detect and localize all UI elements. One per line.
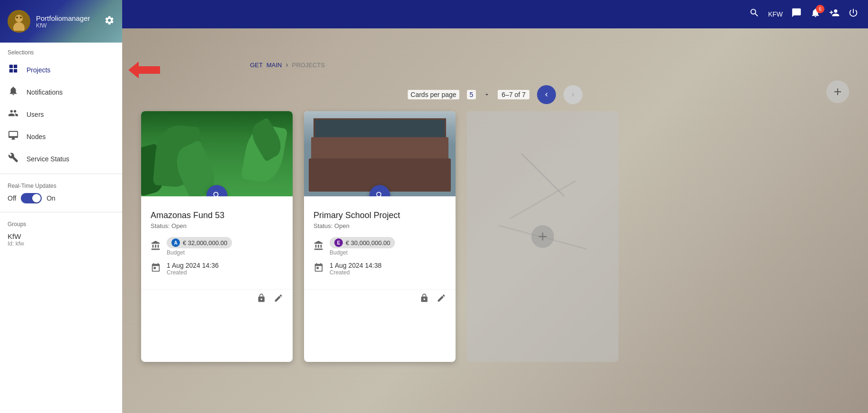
notifications-icon: [8, 86, 19, 98]
toggle-on-label: On: [46, 194, 55, 202]
avatar: [8, 10, 30, 33]
card-1-edit-button[interactable]: [274, 293, 283, 305]
toggle-off-label: Off: [8, 194, 16, 202]
pagination-prev-button[interactable]: [537, 85, 556, 104]
projects-icon: [8, 63, 19, 76]
sidebar-item-nodes[interactable]: Nodes: [0, 125, 122, 148]
cards-per-page-value[interactable]: 5: [467, 90, 476, 99]
breadcrumb-current: PROJECTS: [292, 62, 325, 69]
sidebar-item-service-status[interactable]: Service Status: [0, 148, 122, 170]
realtime-label: Real-Time Updates: [8, 183, 115, 189]
card-1-date-row: 1 Aug 2024 14:36 Created: [151, 262, 283, 276]
breadcrumb-budget[interactable]: GET: [250, 62, 263, 69]
cards-container: Amazonas Fund 53 Status: Open A € 32,000…: [141, 111, 849, 362]
notification-icon[interactable]: 6: [810, 8, 821, 21]
card-1-budget-info: A € 32,000,000.00 Budget: [167, 237, 232, 256]
nodes-icon: [8, 130, 19, 143]
message-icon[interactable]: [791, 8, 802, 21]
calendar-icon-2: [313, 263, 324, 275]
svg-point-3: [16, 17, 18, 18]
divider-1: [0, 174, 122, 174]
svg-point-1: [15, 15, 23, 22]
card-2-budget-amount: € 30,000,000.00: [346, 239, 390, 246]
add-card-top-button[interactable]: [826, 80, 849, 103]
sidebar-header-text: Portfoliomanager KfW: [36, 14, 98, 29]
breadcrumb: GET MAIN › PROJECTS: [250, 61, 325, 69]
bank-icon-1: [151, 240, 161, 253]
group-kfw[interactable]: KfW Id: kfw: [8, 232, 115, 247]
card-2-status: Status: Open: [313, 222, 446, 229]
bank-icon-2: [313, 240, 324, 253]
pagination-bar: Cards per page 5 6–7 of 7: [122, 85, 868, 104]
card-2-budget-row: E € 30,000,000.00 Budget: [313, 237, 446, 256]
top-header: KFW 6: [0, 0, 868, 28]
jungle-image: [141, 111, 293, 196]
dropdown-arrow-icon[interactable]: [483, 91, 490, 98]
card-1-date-label: Created: [167, 269, 219, 276]
sidebar-item-users[interactable]: Users: [0, 103, 122, 125]
card-2-date-row: 1 Aug 2024 14:38 Created: [313, 262, 446, 276]
svg-point-4: [20, 17, 22, 18]
service-status-label: Service Status: [27, 155, 69, 163]
divider-2: [0, 212, 122, 212]
users-icon: [8, 108, 19, 121]
card-2-body: Primary School Project Status: Open E € …: [304, 196, 456, 289]
sidebar-item-projects[interactable]: Projects: [0, 59, 122, 81]
card-1-date-info: 1 Aug 2024 14:36 Created: [167, 262, 219, 276]
realtime-section: Real-Time Updates Off On: [0, 178, 122, 208]
card-1-budget-badge: A € 32,000,000.00: [167, 237, 232, 248]
card-2-title: Primary School Project: [313, 211, 446, 220]
card-2-edit-button[interactable]: [437, 293, 446, 305]
nodes-label: Nodes: [27, 133, 45, 141]
power-icon[interactable]: [848, 8, 859, 21]
app-subtitle: KfW: [36, 22, 98, 29]
card-1-lock-button[interactable]: [257, 293, 266, 305]
toggle-row: Off On: [8, 193, 115, 203]
sidebar: Portfoliomanager KfW Selections Projects…: [0, 0, 122, 413]
realtime-toggle[interactable]: [21, 193, 42, 203]
card-2-lock-button[interactable]: [420, 293, 429, 305]
card-2-image: [304, 111, 456, 196]
sidebar-header: Portfoliomanager KfW: [0, 0, 122, 43]
group-id: Id: kfw: [8, 240, 115, 247]
projects-label: Projects: [27, 66, 51, 74]
card-2-budget-info: E € 30,000,000.00 Budget: [330, 237, 395, 256]
users-label: Users: [27, 111, 44, 118]
sidebar-item-notifications[interactable]: Notifications: [0, 81, 122, 103]
cards-per-page-label: Cards per page: [408, 90, 459, 99]
notifications-label: Notifications: [27, 88, 63, 96]
project-card-2: Primary School Project Status: Open E € …: [304, 111, 456, 362]
classroom-image: [304, 111, 456, 196]
calendar-icon-1: [151, 263, 161, 275]
card-1-budget-label: Budget: [167, 249, 232, 256]
card-1-budget-amount: € 32,000,000.00: [183, 239, 227, 246]
search-icon[interactable]: [749, 8, 760, 21]
breadcrumb-separator: ›: [286, 61, 288, 69]
kfw-label[interactable]: KFW: [768, 10, 783, 18]
breadcrumb-main[interactable]: MAIN: [267, 62, 282, 69]
card-1-date: 1 Aug 2024 14:36: [167, 262, 219, 269]
card-1-status: Status: Open: [151, 222, 283, 229]
groups-label: Groups: [8, 221, 115, 228]
main-content: GET MAIN › PROJECTS Cards per page 5 6–7…: [122, 28, 868, 413]
service-status-icon: [8, 152, 19, 165]
card-2-budget-badge: E € 30,000,000.00: [330, 237, 395, 248]
card-1-budget-row: A € 32,000,000.00 Budget: [151, 237, 283, 256]
card-1-image: [141, 111, 293, 196]
card-2-date-info: 1 Aug 2024 14:38 Created: [330, 262, 382, 276]
selections-label: Selections: [0, 43, 122, 59]
card-1-budget-letter: A: [171, 238, 180, 247]
pagination-next-button[interactable]: [564, 85, 582, 104]
card-3-add-button[interactable]: [531, 225, 554, 248]
notification-badge: 6: [816, 5, 824, 13]
card-2-date-label: Created: [330, 269, 382, 276]
project-card-3-ghost: [467, 111, 618, 362]
card-2-actions: [304, 289, 456, 311]
person-add-icon[interactable]: [829, 8, 840, 21]
project-card-1: Amazonas Fund 53 Status: Open A € 32,000…: [141, 111, 293, 362]
header-actions: KFW 6: [749, 8, 859, 21]
card-1-body: Amazonas Fund 53 Status: Open A € 32,000…: [141, 196, 293, 289]
settings-gear-icon[interactable]: [104, 15, 115, 28]
card-2-budget-letter: E: [334, 238, 343, 247]
pagination-info: 6–7 of 7: [498, 90, 529, 99]
